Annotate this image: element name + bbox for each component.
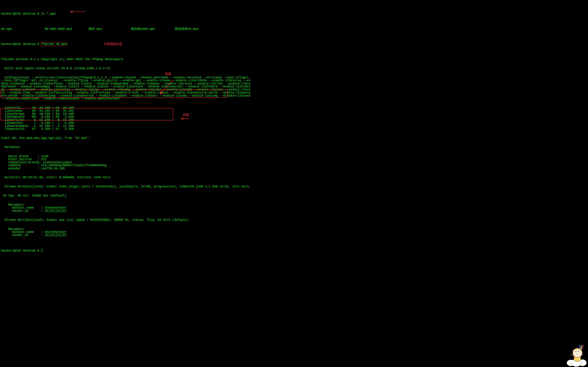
prompt-userhost: hackerx@192 <box>1 12 21 16</box>
command-ffprobe: ffprobe 4k.mp4 <box>41 42 67 46</box>
ls-col2: 8K-HDR-1080.mp4 <box>45 27 72 31</box>
terminal-output: hackerx@192 desktop % ls *.mp4 4K.mp4 8K… <box>0 0 588 367</box>
prompt-line-ready[interactable]: hackerx@192 desktop % <box>1 249 588 252</box>
svg-marker-1 <box>70 11 72 13</box>
prompt-symbol: % <box>37 12 39 16</box>
ffprobe-video-metadata: Metadata: handler_name : VideoHandler ve… <box>1 203 588 213</box>
ffprobe-audio-stream: Stream #0:1[0x2](und): Audio: aac (LC) (… <box>1 218 588 222</box>
prompt-dir: desktop <box>23 12 36 16</box>
ffprobe-video-stream-2: 30 fps, 30 tbr, 15360 tbn (default) <box>1 194 588 197</box>
arrow-to-command-icon <box>63 7 78 10</box>
ffprobe-version: ffprobe version 6.1.1 Copyright (c) 2007… <box>1 58 588 61</box>
ffprobe-duration: Duration: 00:03:51.98, start: 0.000000, … <box>1 176 588 179</box>
ls-col5: 航拍地球4K.mp4 <box>175 27 199 31</box>
prompt-line-ffprobe: hackerx@192 desktop % ffprobe 4k.mp4 分析视… <box>1 43 588 46</box>
annotation-video: 视频 <box>165 73 171 76</box>
ffprobe-config: configuration: --prefix=/usr/local/Cella… <box>1 76 588 100</box>
ls-col4: 新加坡1080.mp4 <box>131 27 155 31</box>
ffprobe-libs: libavutil 58. 29.100 / 58. 29.100 libavc… <box>1 107 588 131</box>
ffprobe-input: Input #0, mov,mp4,m4a,3gp,3g2,mj2, from … <box>1 137 588 140</box>
mascot-monkey-icon <box>565 348 587 366</box>
cursor-icon <box>41 249 43 252</box>
ffprobe-audio-metadata: Metadata: handler_name : SoundHandler ve… <box>1 228 588 237</box>
annotation-analyze: 分析视频信息 <box>104 42 122 46</box>
ls-output-row: 4K.mp4 8K-HDR-1080.mp4 迪拜.mp4 新加坡1080.mp… <box>1 28 588 31</box>
prompt-line-ls: hackerx@192 desktop % ls *.mp4 <box>1 12 588 16</box>
ffprobe-metadata: major_brand : isom minor_version : 512 c… <box>1 155 588 170</box>
ffprobe-video-stream-1: Stream #0:0[0x1](und): Video: h264 (High… <box>1 185 588 188</box>
ls-col1: 4K.mp4 <box>1 27 12 31</box>
command-ls: ls *.mp4 <box>41 12 56 16</box>
ffprobe-metadata-header: Metadata: <box>1 146 588 149</box>
ls-col3: 迪拜.mp4 <box>88 27 102 31</box>
ffprobe-built: built with Apple clang version 15.0.0 (c… <box>1 67 588 70</box>
